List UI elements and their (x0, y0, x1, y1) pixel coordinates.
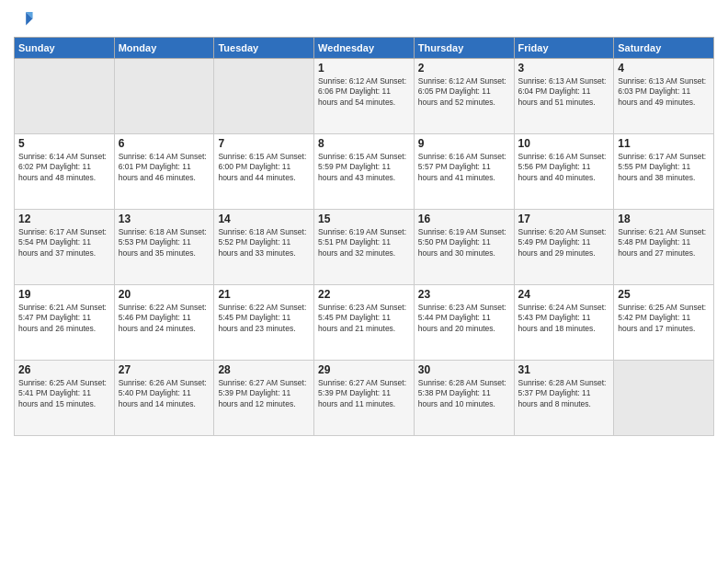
calendar-cell (214, 59, 314, 134)
logo-icon (14, 9, 34, 29)
calendar-week-row: 26Sunrise: 6:25 AM Sunset: 5:41 PM Dayli… (15, 361, 714, 436)
calendar-week-row: 19Sunrise: 6:21 AM Sunset: 5:47 PM Dayli… (15, 285, 714, 361)
day-number: 30 (418, 363, 510, 376)
day-info: Sunrise: 6:12 AM Sunset: 6:06 PM Dayligh… (318, 76, 410, 108)
day-number: 17 (518, 213, 610, 225)
day-number: 4 (618, 62, 710, 75)
calendar-cell: 5Sunrise: 6:14 AM Sunset: 6:02 PM Daylig… (15, 134, 115, 210)
day-info: Sunrise: 6:25 AM Sunset: 5:42 PM Dayligh… (618, 303, 710, 334)
calendar-week-row: 12Sunrise: 6:17 AM Sunset: 5:54 PM Dayli… (15, 210, 714, 285)
day-number: 22 (318, 288, 410, 301)
day-number: 24 (518, 288, 610, 301)
day-number: 1 (318, 62, 410, 75)
calendar-cell: 14Sunrise: 6:18 AM Sunset: 5:52 PM Dayli… (214, 210, 314, 285)
day-info: Sunrise: 6:17 AM Sunset: 5:55 PM Dayligh… (618, 152, 710, 183)
day-number: 7 (218, 137, 310, 150)
calendar-cell (614, 361, 714, 436)
weekday-header-monday: Monday (114, 38, 214, 59)
calendar-week-row: 1Sunrise: 6:12 AM Sunset: 6:06 PM Daylig… (15, 59, 714, 134)
calendar-cell: 10Sunrise: 6:16 AM Sunset: 5:56 PM Dayli… (514, 134, 614, 210)
day-number: 26 (18, 363, 110, 376)
day-number: 11 (618, 137, 710, 150)
day-info: Sunrise: 6:19 AM Sunset: 5:51 PM Dayligh… (318, 227, 410, 259)
day-info: Sunrise: 6:19 AM Sunset: 5:50 PM Dayligh… (418, 227, 510, 259)
calendar-cell: 23Sunrise: 6:23 AM Sunset: 5:44 PM Dayli… (414, 285, 514, 361)
calendar-cell: 20Sunrise: 6:22 AM Sunset: 5:46 PM Dayli… (114, 285, 214, 361)
day-number: 29 (318, 363, 410, 376)
day-info: Sunrise: 6:23 AM Sunset: 5:45 PM Dayligh… (318, 303, 410, 334)
day-number: 13 (119, 213, 210, 225)
day-number: 21 (218, 288, 310, 301)
calendar-cell: 30Sunrise: 6:28 AM Sunset: 5:38 PM Dayli… (414, 361, 514, 436)
page-header (14, 9, 714, 29)
day-info: Sunrise: 6:26 AM Sunset: 5:40 PM Dayligh… (119, 378, 210, 409)
day-number: 31 (518, 363, 610, 376)
calendar-cell: 2Sunrise: 6:12 AM Sunset: 6:05 PM Daylig… (414, 59, 514, 134)
day-info: Sunrise: 6:14 AM Sunset: 6:02 PM Dayligh… (18, 152, 110, 183)
day-number: 8 (318, 137, 410, 150)
day-info: Sunrise: 6:16 AM Sunset: 5:56 PM Dayligh… (518, 152, 610, 183)
weekday-header-thursday: Thursday (414, 38, 514, 59)
day-number: 5 (18, 137, 110, 150)
calendar-cell: 15Sunrise: 6:19 AM Sunset: 5:51 PM Dayli… (314, 210, 415, 285)
day-info: Sunrise: 6:15 AM Sunset: 5:59 PM Dayligh… (318, 152, 410, 183)
day-info: Sunrise: 6:21 AM Sunset: 5:47 PM Dayligh… (18, 303, 110, 334)
calendar-cell: 11Sunrise: 6:17 AM Sunset: 5:55 PM Dayli… (614, 134, 714, 210)
day-number: 6 (119, 137, 210, 150)
weekday-header-friday: Friday (514, 38, 614, 59)
day-info: Sunrise: 6:24 AM Sunset: 5:43 PM Dayligh… (518, 303, 610, 334)
calendar-cell (114, 59, 214, 134)
day-info: Sunrise: 6:22 AM Sunset: 5:45 PM Dayligh… (218, 303, 310, 334)
weekday-header-wednesday: Wednesday (314, 38, 415, 59)
day-number: 23 (418, 288, 510, 301)
calendar-cell: 21Sunrise: 6:22 AM Sunset: 5:45 PM Dayli… (214, 285, 314, 361)
calendar-cell: 12Sunrise: 6:17 AM Sunset: 5:54 PM Dayli… (15, 210, 115, 285)
calendar-week-row: 5Sunrise: 6:14 AM Sunset: 6:02 PM Daylig… (15, 134, 714, 210)
calendar-cell: 4Sunrise: 6:13 AM Sunset: 6:03 PM Daylig… (614, 59, 714, 134)
day-info: Sunrise: 6:25 AM Sunset: 5:41 PM Dayligh… (18, 378, 110, 409)
calendar-table: SundayMondayTuesdayWednesdayThursdayFrid… (14, 37, 714, 436)
calendar-header-row: SundayMondayTuesdayWednesdayThursdayFrid… (15, 38, 714, 59)
calendar-cell: 17Sunrise: 6:20 AM Sunset: 5:49 PM Dayli… (514, 210, 614, 285)
day-number: 18 (618, 213, 710, 225)
day-info: Sunrise: 6:18 AM Sunset: 5:52 PM Dayligh… (218, 227, 310, 259)
day-number: 3 (518, 62, 610, 75)
calendar-cell: 27Sunrise: 6:26 AM Sunset: 5:40 PM Dayli… (114, 361, 214, 436)
day-info: Sunrise: 6:16 AM Sunset: 5:57 PM Dayligh… (418, 152, 510, 183)
day-info: Sunrise: 6:13 AM Sunset: 6:04 PM Dayligh… (518, 76, 610, 108)
calendar-cell: 8Sunrise: 6:15 AM Sunset: 5:59 PM Daylig… (314, 134, 415, 210)
calendar-cell: 13Sunrise: 6:18 AM Sunset: 5:53 PM Dayli… (114, 210, 214, 285)
day-info: Sunrise: 6:28 AM Sunset: 5:38 PM Dayligh… (418, 378, 510, 409)
calendar-cell: 16Sunrise: 6:19 AM Sunset: 5:50 PM Dayli… (414, 210, 514, 285)
day-number: 16 (418, 213, 510, 225)
weekday-header-sunday: Sunday (15, 38, 115, 59)
weekday-header-tuesday: Tuesday (214, 38, 314, 59)
day-number: 15 (318, 213, 410, 225)
day-info: Sunrise: 6:13 AM Sunset: 6:03 PM Dayligh… (618, 76, 710, 108)
day-number: 14 (218, 213, 310, 225)
day-info: Sunrise: 6:12 AM Sunset: 6:05 PM Dayligh… (418, 76, 510, 108)
day-info: Sunrise: 6:22 AM Sunset: 5:46 PM Dayligh… (119, 303, 210, 334)
calendar-cell: 3Sunrise: 6:13 AM Sunset: 6:04 PM Daylig… (514, 59, 614, 134)
day-number: 28 (218, 363, 310, 376)
calendar-cell: 22Sunrise: 6:23 AM Sunset: 5:45 PM Dayli… (314, 285, 415, 361)
calendar-cell: 7Sunrise: 6:15 AM Sunset: 6:00 PM Daylig… (214, 134, 314, 210)
day-info: Sunrise: 6:21 AM Sunset: 5:48 PM Dayligh… (618, 227, 710, 259)
day-info: Sunrise: 6:27 AM Sunset: 5:39 PM Dayligh… (318, 378, 410, 409)
calendar-cell: 26Sunrise: 6:25 AM Sunset: 5:41 PM Dayli… (15, 361, 115, 436)
day-number: 20 (119, 288, 210, 301)
day-info: Sunrise: 6:14 AM Sunset: 6:01 PM Dayligh… (119, 152, 210, 183)
calendar-cell: 29Sunrise: 6:27 AM Sunset: 5:39 PM Dayli… (314, 361, 415, 436)
day-number: 19 (18, 288, 110, 301)
day-info: Sunrise: 6:18 AM Sunset: 5:53 PM Dayligh… (119, 227, 210, 259)
calendar-cell (15, 59, 115, 134)
day-info: Sunrise: 6:28 AM Sunset: 5:37 PM Dayligh… (518, 378, 610, 409)
day-number: 2 (418, 62, 510, 75)
day-info: Sunrise: 6:15 AM Sunset: 6:00 PM Dayligh… (218, 152, 310, 183)
logo (14, 9, 38, 29)
calendar-cell: 25Sunrise: 6:25 AM Sunset: 5:42 PM Dayli… (614, 285, 714, 361)
day-number: 9 (418, 137, 510, 150)
day-number: 10 (518, 137, 610, 150)
day-info: Sunrise: 6:20 AM Sunset: 5:49 PM Dayligh… (518, 227, 610, 259)
day-info: Sunrise: 6:17 AM Sunset: 5:54 PM Dayligh… (18, 227, 110, 259)
